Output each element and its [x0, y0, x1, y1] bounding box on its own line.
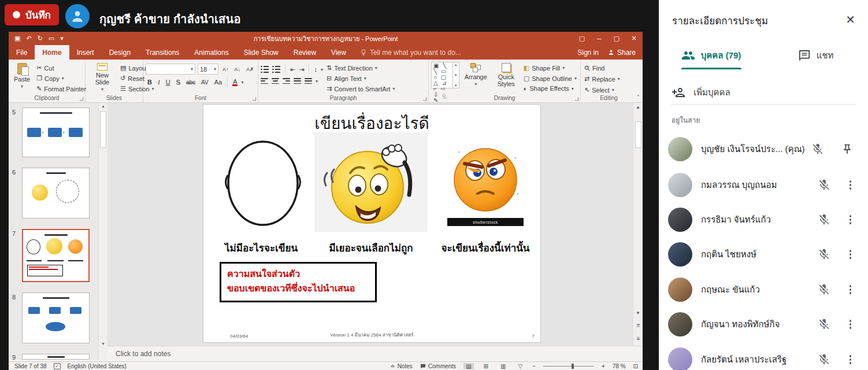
- view-slide-sorter-button[interactable]: ⊞: [481, 363, 491, 369]
- zoom-slider-thumb[interactable]: [572, 364, 574, 369]
- confused-emoji-image[interactable]: [314, 132, 428, 232]
- undo-icon[interactable]: ↶: [26, 35, 31, 42]
- tab-file[interactable]: File: [9, 45, 35, 60]
- mic-off-icon[interactable]: [818, 248, 830, 261]
- notes-toggle[interactable]: ≐ Notes: [390, 363, 413, 369]
- more-options-icon[interactable]: [848, 179, 854, 191]
- participant-row[interactable]: กัญจนา ทองพิทักษ์กิจ: [659, 307, 868, 342]
- mic-off-icon[interactable]: [818, 213, 830, 226]
- share-button[interactable]: Share: [608, 49, 636, 57]
- font-color-button[interactable]: A: [231, 77, 239, 87]
- zoom-out-icon[interactable]: −: [532, 363, 536, 369]
- copy-button[interactable]: ❐ Copy ▾: [35, 74, 87, 83]
- spellcheck-icon[interactable]: ✓: [54, 363, 61, 369]
- scroll-up-icon[interactable]: ▲: [633, 105, 643, 110]
- participant-row[interactable]: กัลยรัตน์ เหลาประเสริฐ: [659, 342, 868, 370]
- thumbnail-slide-7-selected[interactable]: 7: [9, 229, 98, 284]
- change-case-button[interactable]: Aa: [213, 78, 224, 86]
- tab-animations[interactable]: Animations: [187, 45, 236, 60]
- grow-font-icon[interactable]: A↑: [221, 66, 231, 73]
- next-slide-icon[interactable]: ⇊: [633, 336, 643, 341]
- new-slide-button[interactable]: New Slide ▾: [88, 62, 117, 93]
- shapes-gallery[interactable]: ▣ ╲ ╲ ▭ ○ ▢ △ ⊿ ⌐ ⇨ ⇩ ⌂ ✎ ⌒ ~ ( ) ☆ ▲ ▼ …: [431, 62, 459, 88]
- blank-face-image[interactable]: [220, 135, 306, 228]
- participant-row[interactable]: กฤษณะ ขันแก้ว: [659, 272, 868, 307]
- close-icon[interactable]: ✕: [843, 10, 858, 29]
- participant-row[interactable]: กมลวรรณ บุญถนอม: [659, 168, 868, 202]
- format-painter-button[interactable]: ✎ Format Painter: [35, 84, 87, 93]
- scrollbar-thumb[interactable]: [100, 111, 106, 148]
- scroll-up-icon[interactable]: ▲: [454, 63, 458, 66]
- replace-button[interactable]: ⇄ Replace ▾: [583, 75, 621, 83]
- participant-row[interactable]: กรรธิมา จันทร์แก้ว: [659, 202, 868, 237]
- notes-pane[interactable]: Click to add notes: [107, 346, 643, 361]
- record-button[interactable]: บันทึก: [5, 4, 59, 25]
- scrollbar-thumb[interactable]: [635, 121, 641, 148]
- shape-outline-button[interactable]: ▢ Shape Outline ▾: [522, 74, 578, 83]
- align-center-icon[interactable]: [272, 78, 279, 84]
- minimize-icon[interactable]: ─: [591, 34, 608, 44]
- previous-slide-icon[interactable]: ⇈: [633, 323, 643, 328]
- thumbnail-slide-9[interactable]: 9: [9, 353, 98, 360]
- numbering-icon[interactable]: [272, 66, 280, 73]
- font-name-combo[interactable]: ▾: [146, 64, 195, 75]
- gallery-more-icon[interactable]: ▼: [454, 84, 458, 87]
- shrink-font-icon[interactable]: A↓: [233, 66, 243, 73]
- start-presentation-icon[interactable]: ▭: [49, 35, 54, 42]
- scroll-down-icon[interactable]: ▼: [99, 342, 107, 346]
- increase-indent-icon[interactable]: ⇥: [299, 66, 304, 73]
- line-spacing-icon[interactable]: ↕: [314, 66, 317, 73]
- thumbnail-slide-5[interactable]: 5 ▸ ▸: [9, 108, 98, 160]
- view-reading-button[interactable]: ▥: [498, 363, 508, 369]
- thumbnail-slide-6[interactable]: 6: [9, 168, 98, 221]
- clear-formatting-icon[interactable]: A✗: [244, 66, 256, 73]
- collapse-ribbon-icon[interactable]: ⌃: [636, 94, 640, 100]
- more-options-icon[interactable]: [848, 248, 854, 261]
- italic-button[interactable]: I: [156, 78, 162, 86]
- thumbnail-scrollbar[interactable]: ▲ ▼: [98, 103, 107, 360]
- add-people-button[interactable]: เพิ่มบุคคล: [672, 86, 730, 99]
- text-shadow-button[interactable]: S: [175, 78, 182, 86]
- zoom-percent[interactable]: 78 %: [613, 363, 626, 369]
- strikethrough-button[interactable]: abc: [184, 79, 197, 86]
- slide-canvas[interactable]: เขียนเรื่องอะไรดี: [203, 104, 541, 343]
- tab-view[interactable]: View: [324, 45, 354, 60]
- align-right-icon[interactable]: [283, 78, 290, 84]
- justify-icon[interactable]: [294, 78, 301, 84]
- scroll-up-icon[interactable]: ▲: [99, 104, 107, 108]
- zoom-in-icon[interactable]: +: [602, 363, 605, 369]
- bold-button[interactable]: B: [146, 78, 154, 86]
- caption-2[interactable]: มีเยอะจนเลือกไม่ถูก: [329, 240, 413, 256]
- caption-1[interactable]: ไม่มีอะไรจะเขียน: [225, 240, 298, 256]
- columns-icon[interactable]: [305, 78, 312, 84]
- scroll-down-icon[interactable]: ▼: [454, 73, 458, 77]
- sign-in-link[interactable]: Sign in: [577, 49, 599, 57]
- comments-toggle[interactable]: Comments: [420, 363, 456, 369]
- shapes-gallery-scrollbar[interactable]: ▲ ▼ ▼: [452, 62, 459, 88]
- drawing-dialog-launcher-icon[interactable]: [575, 97, 578, 101]
- mic-off-icon[interactable]: [818, 353, 830, 366]
- redo-icon[interactable]: ↻: [38, 35, 43, 42]
- view-slideshow-button[interactable]: ▽: [515, 363, 525, 369]
- more-options-icon[interactable]: [848, 213, 854, 226]
- close-icon[interactable]: ✕: [625, 33, 643, 44]
- tab-design[interactable]: Design: [102, 45, 138, 60]
- paragraph-dialog-launcher-icon[interactable]: [423, 97, 426, 101]
- tab-chat[interactable]: แชท: [763, 42, 868, 69]
- editor-scrollbar[interactable]: ▲ ▼ ⇈ ⇊: [633, 103, 643, 346]
- shapes-row[interactable]: ▣ ╲ ╲ ▭ ○ ▢: [433, 63, 451, 80]
- restore-icon[interactable]: ▢: [608, 33, 625, 44]
- quick-styles-button[interactable]: Quick Styles: [492, 62, 520, 93]
- thumbnail-slide-8[interactable]: 8: [9, 293, 98, 346]
- underline-button[interactable]: U: [164, 78, 172, 86]
- scroll-down-icon[interactable]: ▼: [633, 310, 643, 316]
- ribbon-display-options-icon[interactable]: ▢: [573, 33, 591, 44]
- font-size-combo[interactable]: 18▾: [198, 64, 218, 75]
- fit-slide-icon[interactable]: ⊡: [633, 363, 638, 369]
- more-options-icon[interactable]: [848, 283, 854, 296]
- tab-people[interactable]: บุคคล (79): [659, 42, 763, 69]
- find-button[interactable]: Find: [583, 64, 621, 72]
- align-left-icon[interactable]: [261, 78, 268, 84]
- character-spacing-button[interactable]: AV: [199, 79, 210, 86]
- paste-button[interactable]: Paste ▾: [11, 62, 33, 93]
